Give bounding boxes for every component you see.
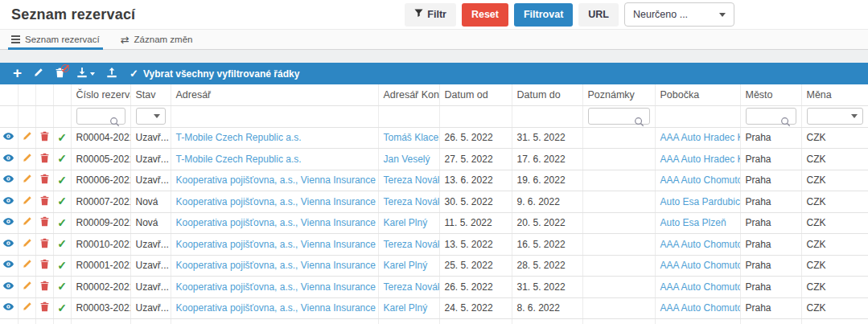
delete-row-button[interactable] [39,238,50,248]
confirm-row-button[interactable]: ✓ [57,217,67,228]
delete-filtered-button[interactable] [55,63,65,84]
delete-row-button[interactable] [39,301,50,312]
delete-row-button[interactable] [39,216,50,227]
edit-row-button[interactable] [22,216,32,227]
select-all-filtered-rows[interactable]: ✓ Vybrat všechny vyfiltrované řádky [130,68,299,80]
cell-pobocka[interactable]: AAA Auto Chomutov [655,255,740,277]
stav-filter-select[interactable] [136,108,166,125]
view-row-button[interactable] [2,152,14,164]
edit-row-button[interactable] [22,131,32,141]
view-row-button[interactable] [2,301,14,313]
import-button[interactable] [106,63,117,84]
view-row-button[interactable] [2,215,14,228]
confirm-row-button[interactable]: ✓ [57,174,67,186]
confirm-row-button[interactable]: ✓ [57,281,67,292]
cell-pobocka[interactable]: AAA Auto Chomutov [655,277,740,298]
cell-adresar[interactable]: Kooperativa pojišťovna, a.s., Vienna Ins… [171,277,378,298]
confirm-row-button[interactable]: ✓ [57,195,67,207]
column-header-stav[interactable]: Stav [130,84,171,105]
cell-adresar[interactable]: Kooperativa pojišťovna, a.s., Vienna Ins… [171,255,378,277]
column-header-mesto[interactable]: Město [740,84,801,105]
edit-row-button[interactable] [22,174,32,184]
cell-kontakt[interactable]: Tereza Novák... [378,170,439,191]
cell-adresar[interactable]: Kooperativa pojišťovna, a.s., Vienna Ins… [171,297,378,319]
delete-row-button[interactable] [39,174,50,184]
filter-search-mesto[interactable] [746,108,796,125]
edit-button[interactable] [33,63,43,84]
confirm-row-button[interactable]: ✓ [57,238,67,249]
edit-row-button[interactable] [22,259,32,269]
delete-row-button[interactable] [39,153,50,163]
url-button[interactable]: URL [578,3,619,27]
cell-pobocka[interactable]: AAA Auto Chomutov [655,170,740,191]
delete-row-button[interactable] [39,195,50,206]
cell-pobocka[interactable]: AAA Auto Hradec Kr... [655,127,740,149]
tab-seznam-rezervaci[interactable]: Seznam rezervací [11,30,100,49]
cell-pobocka[interactable]: AAA Auto Chomutov [655,297,740,319]
column-header-adresar[interactable]: Adresář [171,84,378,105]
cell-adresar[interactable]: Kooperativa pojišťovna, a.s., Vienna Ins… [171,212,378,234]
delete-row-button[interactable] [39,281,50,291]
confirm-row-button[interactable]: ✓ [57,260,67,271]
edit-row-button[interactable] [22,195,32,206]
confirm-row-button[interactable]: ✓ [57,153,67,164]
cell-kontakt[interactable]: Jan Veselý [378,149,439,170]
cell-stav: Uzavř... [130,234,171,256]
apply-filter-button[interactable]: Filtrovat [514,3,573,27]
trash-icon [39,174,50,187]
column-header-pobocka[interactable]: Pobočka [655,84,740,105]
cell-kontakt[interactable]: Karel Plný [378,297,439,319]
chevron-down-icon [719,13,726,17]
add-button[interactable]: + [13,63,22,84]
cislo-filter-input[interactable] [77,109,110,124]
cell-adresar[interactable]: T-Mobile Czech Republic a.s. [171,149,378,170]
confirm-row-button[interactable]: ✓ [57,132,67,143]
cell-pobocka[interactable]: AAA Auto Hradec Kr... [655,149,740,170]
view-row-button[interactable] [2,173,14,185]
poznamky-filter-input[interactable] [589,109,635,124]
cell-pobocka[interactable]: Auto Esa Pardubice [655,191,740,213]
column-header-mena[interactable]: Měna [801,84,868,105]
cell-kontakt[interactable]: Karel Plný [378,255,439,277]
edit-row-button[interactable] [22,153,32,163]
column-header-cislo[interactable]: Číslo rezervace [71,84,130,105]
cell-adresar[interactable]: Kooperativa pojišťovna, a.s., Vienna Ins… [171,234,378,256]
view-row-button[interactable] [2,237,14,249]
edit-row-button[interactable] [22,281,32,291]
cell-pobocka[interactable]: AAA Auto Chomutov [655,234,740,256]
column-header-kontakt[interactable]: Adresář Kontakt [378,84,439,105]
column-header-poznamky[interactable]: Poznámky [582,84,655,105]
filter-toggle-button[interactable]: Filtr [405,3,456,27]
column-header-datum_do[interactable]: Datum do [512,84,582,105]
cell-kontakt[interactable]: Tereza Novák... [378,234,439,256]
cell-adresar[interactable]: T-Mobile Czech Republic a.s. [171,127,378,149]
cell-kontakt[interactable]: Karel Plný [378,212,439,234]
confirm-row-button[interactable]: ✓ [57,302,67,314]
eye-icon [2,197,14,209]
cell-pobocka[interactable]: Auto Esa Plzeň [655,212,740,234]
export-button[interactable] [76,63,95,84]
tab-zaznam-zmen[interactable]: ⇄ Záznam změn [121,30,193,49]
view-row-button[interactable] [2,130,14,142]
view-row-button[interactable] [2,258,14,270]
edit-row-button[interactable] [22,238,32,248]
delete-row-button[interactable] [39,259,50,269]
cell-kontakt[interactable]: Tomáš Klacek [378,127,439,149]
cell-kontakt[interactable]: Tereza Novák... [378,277,439,298]
reset-button[interactable]: Reset [462,3,508,27]
filter-search-poznamky[interactable] [588,108,650,125]
view-row-button[interactable] [2,195,14,207]
column-header-datum_od[interactable]: Datum od [439,84,512,105]
view-row-button[interactable] [2,280,14,292]
edit-row-button[interactable] [22,301,32,312]
saved-filter-select[interactable]: Neurčeno ... [624,2,734,27]
delete-row-button[interactable] [39,131,50,141]
icon-column-header [35,84,53,105]
mena-filter-select[interactable] [807,108,864,125]
cell-adresar[interactable]: Kooperativa pojišťovna, a.s., Vienna Ins… [171,170,378,191]
partial-cell [171,319,378,324]
cell-kontakt[interactable]: Tereza Novák... [378,191,439,213]
mesto-filter-input[interactable] [747,109,781,124]
cell-adresar[interactable]: Kooperativa pojišťovna, a.s., Vienna Ins… [171,191,378,213]
filter-search-cislo[interactable] [76,108,125,125]
